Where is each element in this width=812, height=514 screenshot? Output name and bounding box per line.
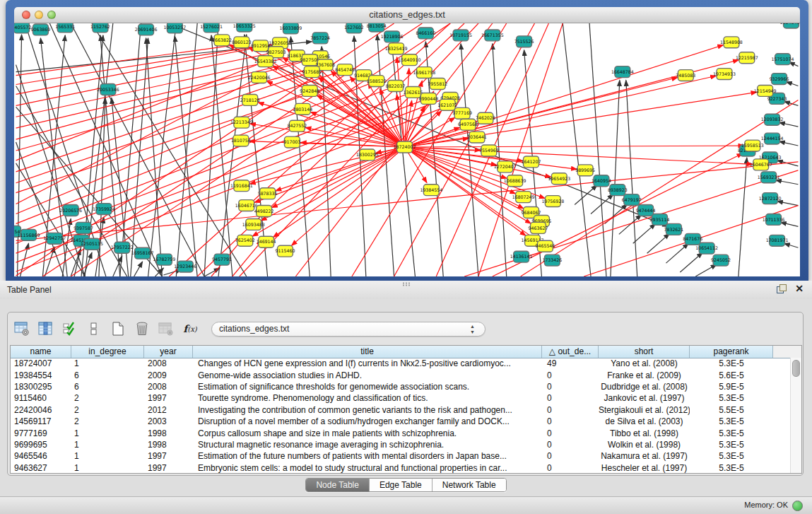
network-desktop: citations_edges.txt 24055729063869156533… [0, 0, 812, 281]
function-builder-icon[interactable]: f(x) [182, 320, 199, 337]
graph-node-label: 16093483 [242, 222, 265, 227]
tab-edge-table[interactable]: Edge Table [370, 479, 433, 491]
dropdown-stepper-icon: ▲▼ [470, 324, 475, 335]
graph-node-label: 7955812 [428, 81, 447, 86]
graph-edge [781, 222, 799, 226]
table-body: 1872400712008Changes of HCN gene express… [11, 358, 791, 473]
window-titlebar[interactable]: citations_edges.txt [14, 7, 800, 23]
float-panel-icon[interactable] [777, 284, 787, 294]
graph-edge [131, 38, 148, 276]
table-row[interactable]: 969969511998Structural magnetic resonanc… [11, 439, 791, 450]
graph-node-label: 15693231 [758, 175, 780, 180]
graph-node-label: 1810754 [231, 138, 251, 143]
column-header-pagerank[interactable]: pagerank [690, 346, 773, 358]
table-type-segmented-control: Node TableEdge TableNetwork Table [305, 478, 506, 492]
graph-node-label: 8471676 [683, 236, 702, 241]
cell-out_de: 0 [542, 463, 599, 473]
graph-node-label: 12213349 [230, 119, 253, 124]
cell-year: 2003 [144, 416, 193, 426]
graph-node-label: 11548908 [720, 40, 743, 45]
table-row[interactable]: 1938455462009Genome-wide association stu… [11, 369, 791, 380]
split-divider-grip[interactable] [402, 282, 411, 286]
graph-node-label: 9899695 [575, 168, 595, 173]
table-row[interactable]: 911546021997Tourette syndrome. Phenomeno… [11, 392, 791, 404]
table-vertical-scrollbar[interactable] [790, 358, 801, 473]
cell-out_de: 0 [542, 416, 599, 426]
graph-edge [134, 262, 143, 276]
column-header-title[interactable]: title [193, 346, 542, 358]
graph-node-label: 1621072 [437, 103, 457, 107]
table-row[interactable]: 1872400712008Changes of HCN gene express… [11, 358, 791, 369]
cell-pagerank: 5.5E-5 [690, 405, 773, 415]
status-bar: Memory: OK [0, 496, 812, 514]
graph-node-label: 9827503 [266, 49, 286, 54]
table-mode-icon[interactable] [13, 320, 30, 337]
cell-in_degree: 2 [71, 405, 144, 415]
close-panel-icon[interactable]: ✕ [795, 283, 804, 294]
table-select-dropdown[interactable]: citations_edges.txt ▲▼ [211, 322, 486, 337]
graph-edge [779, 122, 799, 127]
table-row[interactable]: 977716911998Corpus callosum shape and si… [11, 427, 791, 438]
table-row[interactable]: 1830029562008Estimation of significance … [11, 381, 791, 392]
graph-node-label: 16543382 [254, 59, 277, 64]
table-row[interactable]: 2242004622012Investigating the contribut… [11, 404, 791, 416]
tab-node-table[interactable]: Node Table [306, 479, 370, 491]
graph-edge [784, 243, 799, 247]
graph-node-label: 10711336 [763, 217, 785, 222]
graph-node-label: 16671355 [481, 33, 504, 37]
show-columns-icon[interactable] [37, 320, 54, 337]
graph-node-label: 7515526 [514, 39, 534, 44]
graph-node-label: 1588520 [367, 78, 387, 83]
row-height-icon[interactable] [86, 320, 102, 337]
citation-network-graph: 2405572906386915653311152762206914061005… [14, 23, 800, 276]
graph-node-label: 10053257 [163, 25, 186, 30]
graph-node-label: 6479197 [622, 197, 642, 202]
new-table-icon[interactable] [110, 320, 126, 337]
table-panel-title: Table Panel [7, 285, 52, 295]
cell-in_degree: 1 [71, 451, 144, 461]
graph-node-label: 8912954 [251, 43, 271, 48]
column-header-short[interactable]: short [599, 346, 690, 358]
graph-node-label: 8466160 [416, 30, 435, 35]
graph-node-label: 8427552 [287, 123, 307, 128]
graph-node-label: 14136141 [510, 254, 533, 259]
cell-short: Hescheler et al. (1997) [599, 463, 690, 473]
cell-short: Tibbo et al. (1998) [599, 428, 690, 438]
graph-node-label: 1527602 [344, 25, 364, 30]
table-row[interactable]: 946362711997Embryonic stem cells: a mode… [11, 462, 791, 474]
graph-node-label: 6497568 [458, 122, 478, 127]
column-header-name[interactable]: name [11, 346, 71, 358]
cell-short: Nakamura et al. (1997) [599, 451, 690, 461]
column-header-year[interactable]: year [144, 346, 193, 358]
table-row[interactable]: 946554611997Estimation of the future num… [11, 450, 791, 462]
cell-in_degree: 2 [71, 416, 144, 426]
delete-rows-icon[interactable] [134, 320, 151, 337]
graph-edge [787, 82, 799, 86]
cell-name: 22420046 [11, 405, 71, 415]
graph-node-label: 17359924 [93, 206, 115, 211]
graph-node-label: 7832621 [664, 227, 683, 232]
graph-edge [633, 223, 656, 243]
tab-network-table[interactable]: Network Table [433, 479, 506, 491]
table-row[interactable]: 1456911722003Disruption of a novel membe… [11, 416, 791, 427]
table-panel-titlebar: Table Panel ✕ [0, 281, 812, 299]
graph-node-label: 16046767 [750, 162, 772, 167]
graph-node-label: 9242848 [300, 88, 319, 93]
cell-short: Jankovic et al. (1997) [599, 393, 690, 403]
cell-pagerank: 5.9E-5 [690, 382, 773, 392]
table-tabs-row: Node TableEdge TableNetwork Table [0, 478, 812, 492]
cell-pagerank: 5.3E-5 [690, 463, 773, 473]
column-header-out_de[interactable]: △ out_de... [542, 346, 599, 358]
graph-node-label: 12444154 [761, 136, 784, 141]
graph-node-label: 19384554 [420, 187, 442, 192]
cell-pagerank: 5.3E-5 [690, 416, 773, 426]
column-header-in_degree[interactable]: in_degree [71, 346, 144, 358]
network-canvas[interactable]: 2405572906386915653311152762206914061005… [14, 23, 800, 276]
selection-mode-icon[interactable] [61, 320, 78, 337]
graph-node-label: 11916841 [230, 183, 253, 188]
scrollbar-thumb[interactable] [792, 360, 800, 377]
cell-out_de: 0 [542, 440, 599, 450]
graph-edge [49, 23, 162, 276]
graph-node-label: 17957222 [111, 245, 134, 250]
graph-node-label: 7625402 [235, 238, 255, 243]
